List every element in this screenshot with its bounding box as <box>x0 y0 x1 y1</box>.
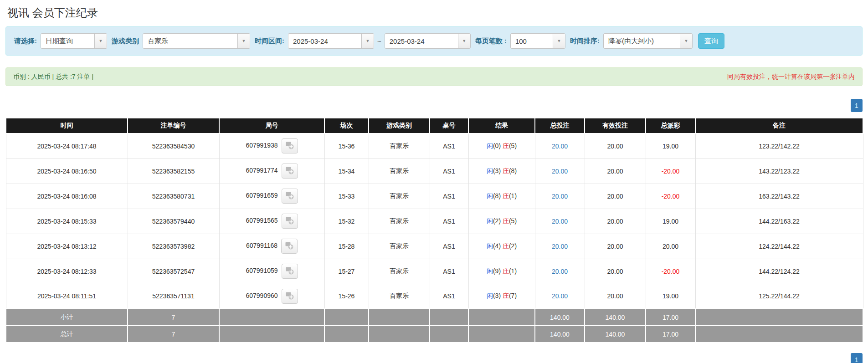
total-bet-amount[interactable]: 20.00 <box>552 168 568 175</box>
game-type-cell: 百家乐 <box>369 158 430 184</box>
total-bet-cell: 20.00 <box>535 184 585 209</box>
grand-total-row-remark-cell <box>695 326 863 343</box>
page-1-button[interactable]: 1 <box>851 99 863 112</box>
total-bet-amount[interactable]: 20.00 <box>552 243 568 250</box>
game-type-caret-button[interactable]: ▼ <box>237 34 250 48</box>
round-number: 607991659 <box>246 192 277 199</box>
table-no-cell: AS1 <box>430 209 468 234</box>
date-from-caret-button[interactable]: ▼ <box>361 34 374 48</box>
summary-note: 同局有效投注，统一计算在该局第一张注单内 <box>727 73 855 81</box>
video-replay-button[interactable] <box>281 239 298 254</box>
header-time: 时间 <box>6 118 128 133</box>
game-type-input[interactable] <box>143 34 237 48</box>
date-from-input[interactable] <box>288 34 361 48</box>
per-page-input[interactable] <box>511 34 553 48</box>
result-player-count: (3) <box>493 167 503 174</box>
remark-cell: 124.22/144.22 <box>695 234 863 259</box>
date-to-caret-button[interactable]: ▼ <box>458 34 470 48</box>
round-cell: 607991565 <box>219 209 324 234</box>
round-number: 607990960 <box>246 292 277 299</box>
query-type-caret-button[interactable]: ▼ <box>94 34 107 48</box>
session-cell: 15-27 <box>324 259 369 284</box>
remark-cell: 123.22/142.22 <box>695 133 863 158</box>
time-sort-caret-button[interactable]: ▼ <box>680 34 692 48</box>
query-button[interactable]: 查询 <box>698 33 724 49</box>
session-cell: 15-34 <box>324 158 369 184</box>
game-type-combobox[interactable]: ▼ <box>143 33 250 49</box>
result-player-label: 闲 <box>487 267 493 275</box>
round-number: 607991938 <box>246 142 277 149</box>
total-bet-amount[interactable]: 20.00 <box>552 193 568 200</box>
total-bet-amount[interactable]: 20.00 <box>552 143 568 150</box>
query-type-combobox[interactable]: ▼ <box>41 33 107 49</box>
remark-cell: 143.22/123.22 <box>695 158 863 184</box>
date-to-combobox[interactable]: ▼ <box>385 33 471 49</box>
payout-cell: -20.00 <box>646 184 695 209</box>
select-type-label: 请选择: <box>14 37 37 46</box>
total-bet-amount[interactable]: 20.00 <box>552 268 568 275</box>
video-replay-button[interactable] <box>282 289 298 304</box>
result-player-label: 闲 <box>487 217 493 225</box>
subtotal-row: 小计7140.00140.0017.00 <box>6 309 863 326</box>
subtotal-row-table-cell <box>430 309 468 326</box>
total-bet-cell: 20.00 <box>535 259 585 284</box>
time-cell: 2025-03-24 08:17:48 <box>6 133 128 158</box>
summary-bar: 币别 : 人民币 | 总共 :7 注单 | 同局有效投注，统一计算在该局第一张注… <box>5 67 863 86</box>
result-player-count: (8) <box>493 192 503 199</box>
game-type-cell: 百家乐 <box>369 284 430 309</box>
video-record-icon <box>285 291 294 302</box>
chevron-down-icon: ▼ <box>557 39 561 43</box>
grand-total-row-result-cell <box>468 326 535 343</box>
total-bet-cell: 20.00 <box>535 158 585 184</box>
result-player-count: (4) <box>493 242 503 250</box>
game-type-cell: 百家乐 <box>369 184 430 209</box>
payout-cell: 19.00 <box>646 133 695 158</box>
result-banker-count: (2) <box>509 242 517 250</box>
header-session: 场次 <box>324 118 369 133</box>
remark-cell: 125.22/144.22 <box>695 284 863 309</box>
result-player-count: (2) <box>493 217 503 225</box>
result-banker-label: 庄 <box>503 217 509 225</box>
round-cell: 607991774 <box>219 158 324 184</box>
page-1-button[interactable]: 1 <box>851 353 863 363</box>
chevron-down-icon: ▼ <box>684 39 688 43</box>
video-replay-button[interactable] <box>282 138 298 153</box>
result-cell: 闲(3) 庄(8) <box>468 158 535 184</box>
video-replay-button[interactable] <box>282 189 298 204</box>
query-type-input[interactable] <box>41 34 94 48</box>
round-cell: 607991168 <box>219 234 324 259</box>
date-from-combobox[interactable]: ▼ <box>288 33 374 49</box>
result-banker-count: (5) <box>509 217 517 225</box>
result-player-label: 闲 <box>487 292 493 299</box>
total-bet-amount[interactable]: 20.00 <box>552 292 568 300</box>
payout-amount: 19.00 <box>663 143 678 150</box>
time-sort-input[interactable] <box>604 34 680 48</box>
table-body: 2025-03-24 08:17:48522363584530607991938… <box>6 133 863 343</box>
grand-total-row-valid-bet-cell: 140.00 <box>585 326 646 343</box>
time-cell: 2025-03-24 08:15:33 <box>6 209 128 234</box>
video-replay-button[interactable] <box>282 214 298 229</box>
result-banker-label: 庄 <box>503 192 509 199</box>
per-page-caret-button[interactable]: ▼ <box>553 34 565 48</box>
valid-bet-cell: 20.00 <box>585 209 646 234</box>
session-cell: 15-36 <box>324 133 369 158</box>
payout-amount: 19.00 <box>663 292 678 300</box>
game-type-cell: 百家乐 <box>369 234 430 259</box>
table-row: 2025-03-24 08:16:08522363580731607991659… <box>6 184 863 209</box>
per-page-combobox[interactable]: ▼ <box>510 33 565 49</box>
payout-amount: -20.00 <box>662 168 680 175</box>
subtotal-row-round-cell <box>219 309 324 326</box>
time-cell: 2025-03-24 08:16:08 <box>6 184 128 209</box>
total-bet-amount[interactable]: 20.00 <box>552 218 568 225</box>
video-replay-button[interactable] <box>282 264 298 279</box>
bet-records-table: 时间 注单编号 局号 场次 游戏类别 桌号 结果 总投注 有效投注 总派彩 备注… <box>5 118 863 343</box>
round-cell: 607990960 <box>219 284 324 309</box>
date-range-separator: ~ <box>377 37 381 45</box>
total-bet-cell: 20.00 <box>535 284 585 309</box>
table-no-cell: AS1 <box>430 259 468 284</box>
time-sort-combobox[interactable]: ▼ <box>603 33 693 49</box>
date-to-input[interactable] <box>385 34 458 48</box>
bet-id-cell: 522363579440 <box>128 209 219 234</box>
per-page-label: 每页笔数 : <box>475 37 507 46</box>
video-replay-button[interactable] <box>282 164 298 179</box>
